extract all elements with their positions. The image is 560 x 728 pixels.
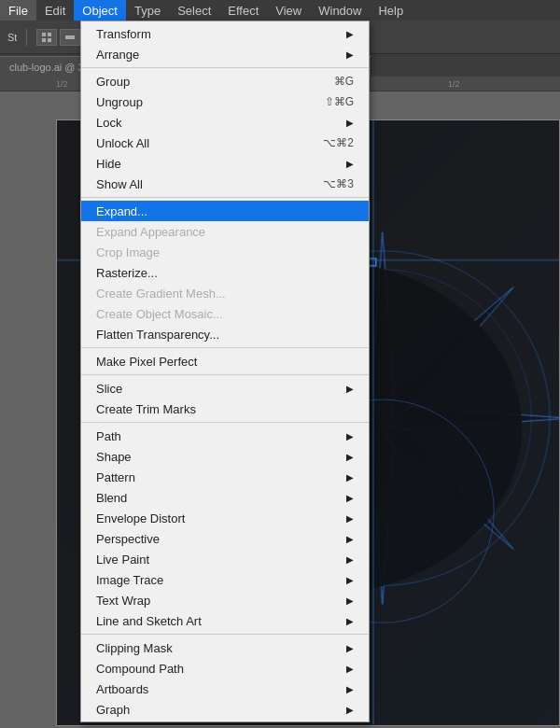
- menu-help[interactable]: Help: [370, 0, 412, 21]
- menu-arrange[interactable]: Arrange ▶: [81, 44, 369, 64]
- menu-perspective[interactable]: Perspective ▶: [81, 528, 369, 549]
- svg-rect-2: [42, 38, 46, 42]
- separator-6: [81, 634, 369, 635]
- menu-window[interactable]: Window: [310, 0, 370, 21]
- arrow-icon: ▶: [346, 384, 354, 394]
- menu-bar: File Edit Object Type Select Effect View…: [0, 0, 560, 21]
- arrow-icon: ▶: [346, 49, 354, 60]
- arrow-icon: ▶: [346, 452, 354, 462]
- arrow-icon: ▶: [346, 664, 354, 674]
- arrow-icon: ▶: [346, 554, 354, 565]
- arrow-icon: ▶: [346, 705, 354, 715]
- menu-image-trace[interactable]: Image Trace ▶: [81, 569, 369, 590]
- toolbar-label: St: [7, 32, 17, 43]
- menu-make-pixel-perfect[interactable]: Make Pixel Perfect: [81, 351, 369, 371]
- menu-show-all[interactable]: Show All ⌥⌘3: [81, 174, 369, 194]
- menu-hide[interactable]: Hide ▶: [81, 153, 369, 174]
- menu-artboards[interactable]: Artboards ▶: [81, 679, 369, 699]
- arrow-icon: ▶: [346, 534, 354, 544]
- ruler-mark-3: 1/2: [448, 79, 460, 89]
- separator-4: [81, 374, 369, 375]
- menu-expand-appearance[interactable]: Expand Appearance: [81, 221, 369, 242]
- menu-select[interactable]: Select: [169, 0, 219, 21]
- arrow-icon: ▶: [346, 472, 354, 483]
- menu-pattern[interactable]: Pattern ▶: [81, 467, 369, 487]
- ruler-mark-1: 1/2: [56, 79, 68, 89]
- menu-file[interactable]: File: [0, 0, 36, 21]
- arrow-icon: ▶: [346, 513, 354, 524]
- menu-edit[interactable]: Edit: [36, 0, 74, 21]
- separator-1: [81, 67, 369, 68]
- menu-unlock-all[interactable]: Unlock All ⌥⌘2: [81, 133, 369, 153]
- arrow-icon: ▶: [346, 595, 354, 606]
- menu-clipping-mask[interactable]: Clipping Mask ▶: [81, 637, 369, 658]
- svg-rect-4: [65, 35, 75, 39]
- menu-envelope-distort[interactable]: Envelope Distort ▶: [81, 508, 369, 528]
- svg-rect-1: [48, 33, 51, 36]
- menu-live-paint[interactable]: Live Paint ▶: [81, 549, 369, 569]
- menu-flatten-transparency[interactable]: Flatten Transparency...: [81, 324, 369, 344]
- toolbar-btn-1[interactable]: [36, 29, 57, 46]
- menu-rasterize[interactable]: Rasterize...: [81, 262, 369, 283]
- separator-3: [81, 347, 369, 348]
- menu-path[interactable]: Path ▶: [81, 426, 369, 446]
- menu-group[interactable]: Group ⌘G: [81, 71, 369, 91]
- svg-rect-0: [42, 33, 46, 36]
- arrow-icon: ▶: [346, 616, 354, 626]
- arrow-icon: ▶: [346, 643, 354, 653]
- menu-ungroup[interactable]: Ungroup ⇧⌘G: [81, 91, 369, 112]
- menu-line-sketch-art[interactable]: Line and Sketch Art ▶: [81, 610, 369, 631]
- separator-5: [81, 422, 369, 423]
- menu-effect[interactable]: Effect: [219, 0, 267, 21]
- arrow-icon: ▶: [346, 29, 354, 39]
- menu-blend[interactable]: Blend ▶: [81, 487, 369, 508]
- object-menu: Transform ▶ Arrange ▶ Group ⌘G Ungroup ⇧…: [80, 21, 370, 722]
- arrow-icon: ▶: [346, 118, 354, 128]
- menu-create-object-mosaic[interactable]: Create Object Mosaic...: [81, 303, 369, 324]
- menu-slice[interactable]: Slice ▶: [81, 378, 369, 399]
- menu-lock[interactable]: Lock ▶: [81, 112, 369, 133]
- menu-compound-path[interactable]: Compound Path ▶: [81, 658, 369, 679]
- menu-shape[interactable]: Shape ▶: [81, 446, 369, 467]
- svg-rect-3: [48, 38, 51, 42]
- arrow-icon: ▶: [346, 575, 354, 585]
- menu-object[interactable]: Object: [74, 0, 126, 21]
- arrow-icon: ▶: [346, 431, 354, 441]
- arrow-icon: ▶: [346, 684, 354, 694]
- separator-2: [81, 197, 369, 198]
- menu-create-gradient-mesh[interactable]: Create Gradient Mesh...: [81, 283, 369, 303]
- menu-type[interactable]: Type: [126, 0, 169, 21]
- menu-transform[interactable]: Transform ▶: [81, 23, 369, 44]
- menu-create-trim-marks[interactable]: Create Trim Marks: [81, 399, 369, 419]
- menu-crop-image[interactable]: Crop Image: [81, 242, 369, 262]
- arrow-icon: ▶: [346, 493, 354, 503]
- menu-text-wrap[interactable]: Text Wrap ▶: [81, 590, 369, 610]
- menu-view[interactable]: View: [267, 0, 310, 21]
- toolbar-btn-2[interactable]: [60, 29, 80, 46]
- arrow-icon: ▶: [346, 159, 354, 169]
- menu-graph[interactable]: Graph ▶: [81, 699, 369, 720]
- menu-expand[interactable]: Expand...: [81, 201, 369, 221]
